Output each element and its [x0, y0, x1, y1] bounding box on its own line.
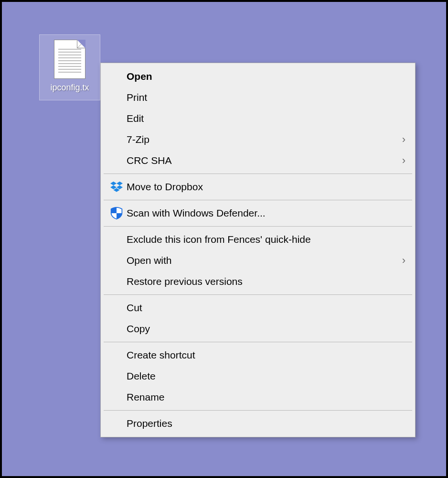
menu-label: Print: [127, 92, 405, 103]
menu-item-open[interactable]: Open: [102, 66, 414, 87]
menu-item-7zip[interactable]: 7-Zip ›: [102, 129, 414, 150]
desktop-file[interactable]: ipconfig.tx: [39, 34, 100, 100]
menu-label: Restore previous versions: [127, 276, 405, 287]
chevron-right-icon: ›: [402, 155, 405, 166]
menu-separator: [104, 226, 412, 227]
menu-label: Cut: [127, 302, 405, 314]
menu-label: Copy: [127, 323, 405, 335]
menu-item-rename[interactable]: Rename: [102, 387, 414, 408]
menu-item-open-with[interactable]: Open with ›: [102, 250, 414, 271]
menu-label: Open: [127, 71, 405, 82]
menu-label: Scan with Windows Defender...: [127, 207, 405, 219]
menu-item-crc-sha[interactable]: CRC SHA ›: [102, 150, 414, 171]
menu-separator: [104, 342, 412, 342]
menu-item-delete[interactable]: Delete: [102, 366, 414, 387]
menu-item-edit[interactable]: Edit: [102, 108, 414, 129]
windows-defender-icon: [107, 206, 127, 221]
menu-label: Delete: [127, 370, 405, 382]
file-label: ipconfig.tx: [50, 83, 89, 93]
text-file-icon: [54, 40, 85, 79]
page-fold: [77, 40, 85, 48]
menu-item-print[interactable]: Print: [102, 87, 414, 108]
menu-separator: [104, 410, 412, 411]
menu-separator: [104, 294, 412, 295]
menu-separator: [104, 200, 412, 200]
menu-item-restore-previous[interactable]: Restore previous versions: [102, 271, 414, 292]
chevron-right-icon: ›: [402, 134, 405, 145]
menu-label: Exclude this icon from Fences' quick-hid…: [127, 234, 405, 245]
menu-label: 7-Zip: [127, 134, 402, 145]
menu-item-create-shortcut[interactable]: Create shortcut: [102, 345, 414, 366]
menu-item-exclude-fences[interactable]: Exclude this icon from Fences' quick-hid…: [102, 229, 414, 250]
menu-separator: [104, 174, 412, 174]
menu-label: CRC SHA: [127, 155, 402, 166]
context-menu: Open Print Edit 7-Zip › CRC SHA › Move t…: [100, 63, 416, 437]
menu-item-cut[interactable]: Cut: [102, 297, 414, 318]
menu-label: Open with: [127, 255, 402, 266]
menu-item-properties[interactable]: Properties: [102, 413, 414, 434]
menu-label: Create shortcut: [127, 349, 405, 361]
menu-label: Edit: [127, 113, 405, 124]
menu-item-move-to-dropbox[interactable]: Move to Dropbox: [102, 176, 414, 197]
menu-label: Rename: [127, 391, 405, 403]
menu-label: Properties: [127, 418, 405, 429]
chevron-right-icon: ›: [402, 255, 405, 266]
menu-item-copy[interactable]: Copy: [102, 318, 414, 339]
menu-label: Move to Dropbox: [127, 181, 405, 193]
menu-item-scan-defender[interactable]: Scan with Windows Defender...: [102, 203, 414, 224]
dropbox-icon: [107, 179, 127, 195]
